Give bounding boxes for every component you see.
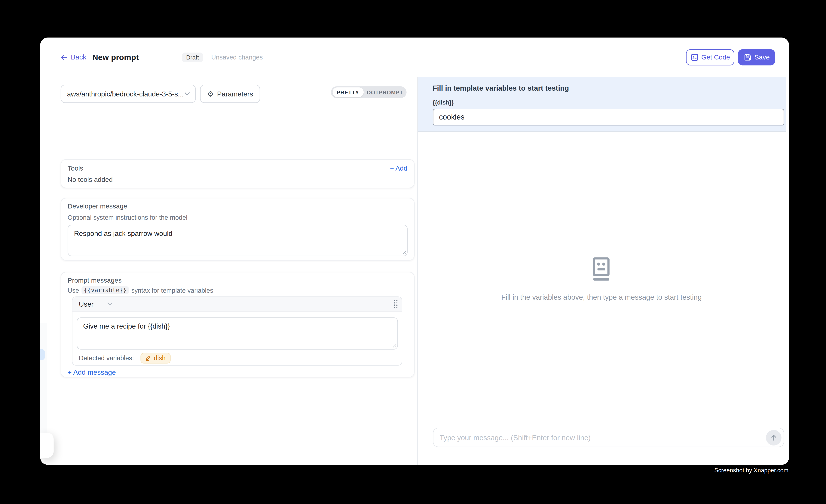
back-label: Back bbox=[71, 53, 86, 61]
developer-message-input[interactable]: Respond as jack sparrow would bbox=[68, 225, 407, 256]
chevron-down-icon bbox=[184, 92, 190, 95]
save-button[interactable]: Save bbox=[738, 49, 775, 65]
plus-icon: + bbox=[390, 165, 394, 172]
toggle-pretty[interactable]: PRETTY bbox=[332, 87, 363, 97]
arrow-up-icon bbox=[770, 434, 777, 441]
plus-icon: + bbox=[68, 368, 72, 376]
template-variables-panel: Fill in template variables to start test… bbox=[418, 77, 786, 132]
developer-message-field: Respond as jack sparrow would bbox=[68, 225, 408, 256]
tools-card: Tools + Add No tools added bbox=[61, 159, 414, 188]
corner-popover-sliver bbox=[40, 433, 54, 458]
user-message-input[interactable]: Give me a recipe for {{dish}} bbox=[77, 318, 398, 349]
chevron-down-icon bbox=[108, 302, 113, 306]
view-mode-toggle: PRETTY DOTPROMPT bbox=[331, 86, 407, 98]
prompt-editor-pane: aws/anthropic/bedrock-claude-3-5-s... ⚙ … bbox=[40, 77, 417, 465]
toggle-dotprompt[interactable]: DOTPROMPT bbox=[363, 89, 407, 95]
page-title: New prompt bbox=[92, 38, 139, 77]
get-code-button[interactable]: Get Code bbox=[686, 49, 734, 65]
developer-message-title: Developer message bbox=[68, 203, 127, 210]
chat-message-input[interactable] bbox=[433, 433, 766, 442]
prompt-messages-card: Prompt messages Use {{variable}} syntax … bbox=[61, 271, 414, 377]
add-message-button[interactable]: + Add message bbox=[68, 368, 116, 376]
save-label: Save bbox=[755, 54, 770, 61]
prompt-tester-pane: Fill in template variables to start test… bbox=[417, 77, 789, 465]
watermark-text: Screenshot by Xnapper.com bbox=[714, 467, 788, 474]
variable-value-input[interactable] bbox=[432, 109, 784, 125]
sidebar-sliver bbox=[40, 323, 47, 433]
model-selector[interactable]: aws/anthropic/bedrock-claude-3-5-s... bbox=[61, 85, 196, 103]
parameters-button[interactable]: ⚙ Parameters bbox=[200, 85, 260, 103]
user-message-field: Give me a recipe for {{dish}} bbox=[77, 317, 398, 349]
parameters-label: Parameters bbox=[217, 90, 253, 98]
variable-chip-dish[interactable]: dish bbox=[140, 353, 170, 363]
top-bar: Back New prompt Draft Unsaved changes Ge… bbox=[40, 38, 789, 77]
floppy-disk-icon bbox=[744, 54, 751, 61]
app-window: Back New prompt Draft Unsaved changes Ge… bbox=[40, 38, 789, 465]
status-group: Draft Unsaved changes bbox=[182, 38, 263, 77]
gear-icon: ⚙ bbox=[207, 90, 214, 98]
draft-badge: Draft bbox=[182, 52, 203, 62]
composer-area bbox=[418, 412, 789, 465]
role-value: User bbox=[79, 300, 94, 308]
tools-empty-text: No tools added bbox=[68, 176, 113, 183]
add-tool-button[interactable]: + Add bbox=[390, 165, 407, 172]
prompt-messages-title: Prompt messages bbox=[68, 276, 122, 284]
role-selector[interactable]: User bbox=[79, 300, 113, 308]
syntax-hint: Use {{variable}} syntax for template var… bbox=[68, 286, 213, 295]
back-button[interactable]: Back bbox=[60, 38, 86, 77]
message-role-header: User bbox=[72, 297, 402, 312]
robot-face-icon bbox=[591, 257, 612, 281]
screenshot-stage: Back New prompt Draft Unsaved changes Ge… bbox=[0, 0, 826, 504]
sidebar-active-item-sliver bbox=[40, 349, 45, 360]
drag-handle-icon[interactable] bbox=[394, 300, 398, 308]
message-block: User Give me a recipe for {{dish}} bbox=[72, 296, 402, 366]
variable-key-label: {{dish}} bbox=[432, 99, 454, 105]
developer-message-card: Developer message Optional system instru… bbox=[61, 198, 414, 260]
resize-grip-icon[interactable] bbox=[392, 343, 397, 348]
back-arrow-icon bbox=[60, 54, 68, 61]
header-actions: Get Code Save bbox=[686, 38, 775, 77]
get-code-label: Get Code bbox=[701, 54, 730, 61]
unsaved-changes-text: Unsaved changes bbox=[211, 54, 263, 61]
variables-panel-title: Fill in template variables to start test… bbox=[432, 84, 569, 92]
message-composer bbox=[432, 428, 784, 447]
model-selector-value: aws/anthropic/bedrock-claude-3-5-s... bbox=[67, 90, 184, 98]
send-button[interactable] bbox=[766, 430, 781, 445]
edit-pencil-icon bbox=[145, 355, 151, 361]
chat-empty-state: Fill in the variables above, then type a… bbox=[418, 257, 785, 301]
developer-message-subtitle: Optional system instructions for the mod… bbox=[68, 214, 187, 221]
tools-title: Tools bbox=[68, 165, 83, 172]
detected-variables-row: Detected variables: dish bbox=[79, 353, 170, 363]
empty-state-text: Fill in the variables above, then type a… bbox=[501, 293, 702, 301]
detected-variables-label: Detected variables: bbox=[79, 354, 134, 362]
variable-syntax-code: {{variable}} bbox=[82, 286, 129, 295]
terminal-icon bbox=[691, 54, 698, 61]
resize-grip-icon[interactable] bbox=[401, 250, 406, 255]
